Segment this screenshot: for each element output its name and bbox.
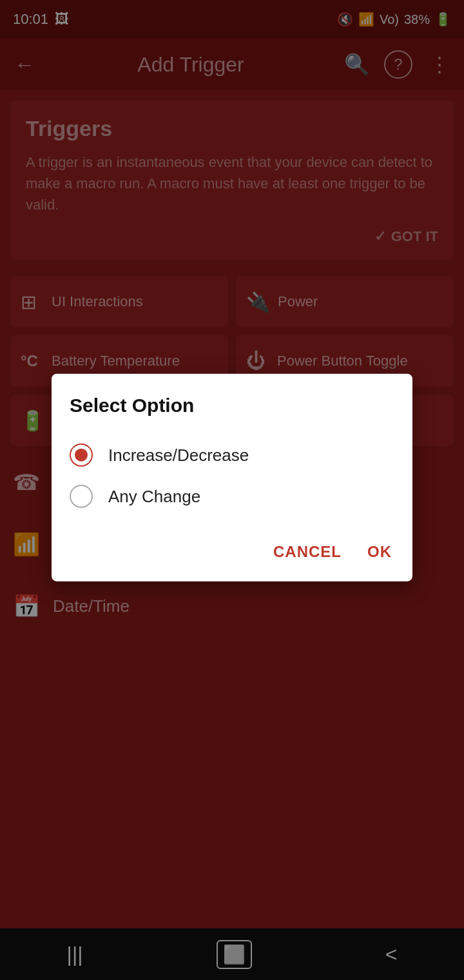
radio-option-increase-decrease[interactable]: Increase/Decrease [70,435,394,476]
radio-label-any-change: Any Change [108,486,200,506]
dialog-title: Select Option [70,395,394,416]
radio-button-increase-decrease[interactable] [70,444,93,467]
radio-button-any-change[interactable] [70,485,93,508]
ok-button[interactable]: OK [365,538,394,566]
select-option-dialog: Select Option Increase/Decrease Any Chan… [52,374,412,582]
dialog-buttons: CANCEL OK [70,533,394,566]
radio-option-any-change[interactable]: Any Change [70,476,394,517]
cancel-button[interactable]: CANCEL [271,538,344,566]
radio-label-increase-decrease: Increase/Decrease [108,445,249,465]
